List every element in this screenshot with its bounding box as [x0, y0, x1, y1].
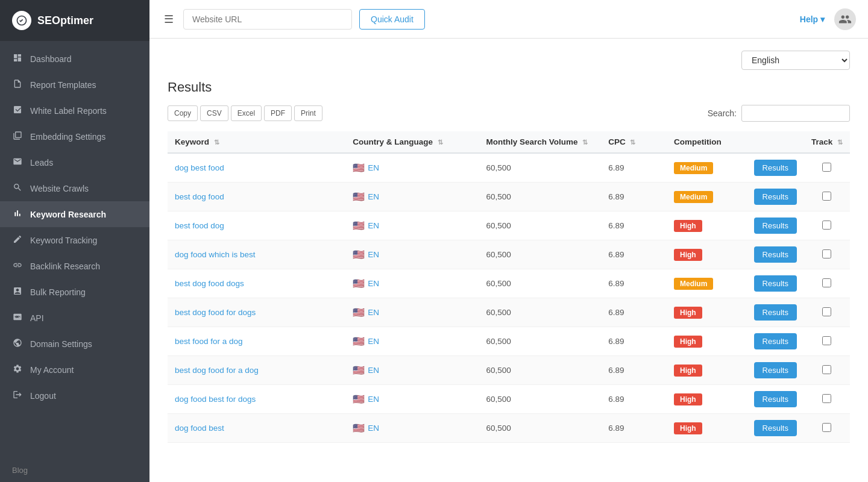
results-button[interactable]: Results [754, 218, 797, 234]
language-select[interactable]: EnglishSpanishFrenchGermanItalianPortugu… [741, 51, 850, 70]
sidebar-item-leads[interactable]: Leads [0, 149, 149, 175]
keyword-link[interactable]: best food for a dog [175, 337, 243, 346]
topbar: ☰ Quick Audit Help ▾ [149, 0, 868, 39]
competition-cell: High [667, 414, 747, 443]
track-checkbox[interactable] [822, 163, 831, 172]
sidebar-item-api[interactable]: API [0, 305, 149, 331]
country-cell: 🇺🇸 EN [345, 153, 479, 183]
search-input[interactable] [741, 105, 850, 122]
cpc-cell: 6.89 [601, 153, 667, 183]
url-input[interactable] [183, 9, 352, 30]
quick-audit-button[interactable]: Quick Audit [359, 9, 425, 30]
cpc-cell: 6.89 [601, 414, 667, 443]
track-checkbox[interactable] [822, 221, 831, 230]
sidebar-item-keyword-tracking[interactable]: Keyword Tracking [0, 227, 149, 253]
sidebar-item-my-account[interactable]: My Account [0, 357, 149, 383]
country-cell: 🇺🇸 EN [345, 183, 479, 211]
table-controls: CopyCSVExcelPDFPrint Search: [168, 105, 850, 122]
sidebar-item-embedding-settings[interactable]: Embedding Settings [0, 124, 149, 149]
user-avatar[interactable] [834, 8, 856, 30]
export-btn-pdf[interactable]: PDF [264, 105, 292, 121]
keyword-cell: best dog food for a dog [168, 356, 345, 385]
results-button[interactable]: Results [754, 362, 797, 378]
country-cell: 🇺🇸 EN [345, 414, 479, 443]
results-button[interactable]: Results [754, 160, 797, 176]
flag-icon: 🇺🇸 [353, 249, 365, 260]
sidebar-item-dashboard[interactable]: Dashboard [0, 46, 149, 72]
sidebar-item-domain-settings[interactable]: Domain Settings [0, 331, 149, 357]
sidebar-item-website-crawls[interactable]: Website Crawls [0, 175, 149, 201]
keyword-cell: dog food best [168, 414, 345, 443]
keyword-link[interactable]: dog food best [175, 424, 224, 433]
results-button[interactable]: Results [754, 246, 797, 263]
keyword-link[interactable]: dog food best for dogs [175, 395, 256, 404]
dashboard-icon [12, 53, 23, 64]
sidebar-item-keyword-research[interactable]: Keyword Research [0, 201, 149, 227]
track-checkbox[interactable] [822, 307, 831, 316]
track-checkbox[interactable] [822, 192, 831, 201]
track-cell [804, 298, 850, 327]
results-btn-cell: Results [747, 356, 804, 385]
keyword-cell: best dog food for dogs [168, 298, 345, 327]
hamburger-button[interactable]: ☰ [162, 10, 176, 28]
track-checkbox[interactable] [822, 365, 831, 374]
keyword-link[interactable]: dog best food [175, 163, 224, 172]
table-row: best dog food 🇺🇸 EN 60,500 6.89 Medium R… [168, 183, 850, 211]
results-button[interactable]: Results [754, 189, 797, 205]
sidebar-item-label-logout: Logout [30, 391, 56, 401]
track-checkbox[interactable] [822, 394, 831, 403]
table-body: dog best food 🇺🇸 EN 60,500 6.89 Medium R… [168, 153, 850, 443]
results-button[interactable]: Results [754, 391, 797, 407]
keyword-link[interactable]: best dog food for dogs [175, 308, 256, 317]
sidebar-item-logout[interactable]: Logout [0, 383, 149, 408]
volume-cell: 60,500 [479, 414, 602, 443]
sidebar-footer[interactable]: Blog [0, 459, 149, 482]
country-cell: 🇺🇸 EN [345, 269, 479, 298]
export-btn-excel[interactable]: Excel [231, 105, 262, 121]
table-row: best dog food dogs 🇺🇸 EN 60,500 6.89 Med… [168, 269, 850, 298]
keyword-link[interactable]: best dog food for a dog [175, 366, 259, 375]
help-button[interactable]: Help ▾ [800, 14, 825, 24]
results-button[interactable]: Results [754, 304, 797, 321]
results-button[interactable]: Results [754, 333, 797, 349]
sidebar-item-label-website-crawls: Website Crawls [30, 184, 89, 193]
col-results-btn [747, 131, 804, 153]
track-checkbox[interactable] [822, 423, 831, 432]
col-competition: Competition [667, 131, 747, 153]
export-btn-print[interactable]: Print [294, 105, 322, 121]
export-btn-copy[interactable]: Copy [168, 105, 198, 121]
competition-badge: Medium [674, 162, 713, 174]
content-area: EnglishSpanishFrenchGermanItalianPortugu… [149, 39, 868, 482]
language-bar: EnglishSpanishFrenchGermanItalianPortugu… [168, 51, 850, 70]
volume-cell: 60,500 [479, 356, 602, 385]
track-checkbox[interactable] [822, 249, 831, 258]
search-label: Search: [708, 108, 737, 118]
track-cell [804, 414, 850, 443]
sidebar-item-backlink-research[interactable]: Backlink Research [0, 253, 149, 279]
competition-badge: High [674, 336, 702, 348]
keyword-cell: best food dog [168, 211, 345, 240]
track-cell [804, 183, 850, 211]
competition-badge: High [674, 393, 702, 405]
lang-code: EN [368, 424, 379, 433]
sidebar-item-report-templates[interactable]: Report Templates [0, 72, 149, 98]
track-checkbox[interactable] [822, 336, 831, 345]
keyword-link[interactable]: best dog food dogs [175, 279, 244, 288]
sidebar-item-white-label-reports[interactable]: White Label Reports [0, 98, 149, 124]
competition-cell: High [667, 327, 747, 356]
track-checkbox[interactable] [822, 278, 831, 287]
flag-icon: 🇺🇸 [353, 220, 365, 231]
sidebar-item-bulk-reporting[interactable]: Bulk Reporting [0, 279, 149, 305]
keyword-link[interactable]: best dog food [175, 192, 224, 201]
results-button[interactable]: Results [754, 420, 797, 436]
keyword-link[interactable]: best food dog [175, 221, 224, 230]
keyword-tracking-icon [12, 234, 23, 246]
lang-code: EN [368, 308, 379, 317]
white-label-reports-icon [12, 105, 23, 116]
export-btn-csv[interactable]: CSV [200, 105, 228, 121]
competition-badge: Medium [674, 278, 713, 290]
keyword-cell: dog food which is best [168, 240, 345, 269]
results-button[interactable]: Results [754, 275, 797, 292]
keyword-link[interactable]: dog food which is best [175, 250, 256, 259]
cpc-cell: 6.89 [601, 183, 667, 211]
